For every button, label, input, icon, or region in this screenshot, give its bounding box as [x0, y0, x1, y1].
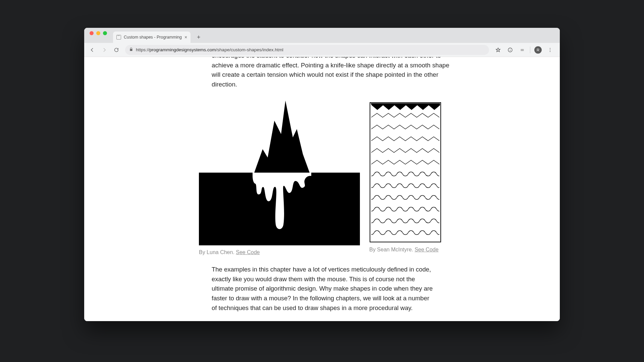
- nav-reload-button[interactable]: [111, 45, 122, 55]
- page-favicon-icon: [116, 35, 121, 40]
- article-body: encourages the student to consider how t…: [212, 57, 453, 96]
- profile-avatar-button[interactable]: R: [534, 46, 542, 54]
- url-host: programmingdesignsystems.com: [150, 47, 216, 52]
- bookmark-star-button[interactable]: [492, 45, 504, 55]
- figure-2: By Sean McIntyre. See Code: [369, 101, 441, 255]
- nav-back-button[interactable]: [87, 45, 98, 55]
- window-maximize-button[interactable]: [103, 31, 107, 35]
- browser-window: Custom shapes - Programming × + https://…: [84, 28, 560, 321]
- toolbar-separator: [530, 47, 530, 53]
- figure-2-credit: By Sean McIntyre.: [369, 247, 415, 252]
- browser-menu-button[interactable]: [544, 45, 556, 55]
- browser-tab[interactable]: Custom shapes - Programming ×: [113, 32, 191, 43]
- avatar-initial: R: [537, 48, 539, 52]
- url-path: /shape/custom-shapes/index.html: [216, 47, 283, 52]
- figure-1-code-link[interactable]: See Code: [236, 249, 260, 255]
- svg-point-3: [550, 49, 550, 50]
- url-text: https://programmingdesignsystems.com/sha…: [136, 47, 283, 52]
- toolbar-right-icons: R: [492, 45, 557, 55]
- svg-rect-6: [370, 103, 441, 242]
- nav-forward-button[interactable]: [99, 45, 110, 55]
- outro-paragraph: The examples in this chapter have a lot …: [212, 265, 433, 313]
- figure-2-graphic: [369, 102, 441, 243]
- figure-row: By Luna Chen. See Code By Sean McIntyre.…: [199, 101, 454, 255]
- figure-2-caption: By Sean McIntyre. See Code: [369, 247, 441, 253]
- address-bar[interactable]: https://programmingdesignsystems.com/sha…: [125, 45, 489, 55]
- figure-2-code-link[interactable]: See Code: [415, 247, 438, 252]
- tab-close-button[interactable]: ×: [184, 35, 187, 40]
- figure-1-credit: By Luna Chen.: [199, 249, 236, 255]
- window-minimize-button[interactable]: [96, 31, 100, 35]
- window-close-button[interactable]: [90, 31, 94, 35]
- figure-1: By Luna Chen. See Code: [199, 101, 360, 255]
- extensions-button[interactable]: [517, 45, 528, 55]
- page-viewport[interactable]: encourages the student to consider how t…: [84, 57, 560, 321]
- tab-title: Custom shapes - Programming: [124, 35, 182, 40]
- url-scheme: https://: [136, 47, 150, 52]
- tab-strip: Custom shapes - Programming × +: [84, 28, 560, 43]
- article-body-2: The examples in this chapter have a lot …: [212, 265, 433, 313]
- svg-rect-1: [521, 49, 524, 51]
- figure-1-graphic: [199, 101, 360, 245]
- browser-toolbar: https://programmingdesignsystems.com/sha…: [84, 43, 560, 57]
- intro-paragraph: encourages the student to consider how t…: [212, 57, 453, 89]
- new-tab-button[interactable]: +: [194, 33, 203, 42]
- svg-point-2: [550, 48, 550, 49]
- svg-point-4: [550, 51, 550, 52]
- site-info-button[interactable]: [504, 45, 516, 55]
- window-controls: [88, 28, 113, 43]
- lock-icon: [129, 47, 133, 52]
- figure-1-caption: By Luna Chen. See Code: [199, 249, 360, 255]
